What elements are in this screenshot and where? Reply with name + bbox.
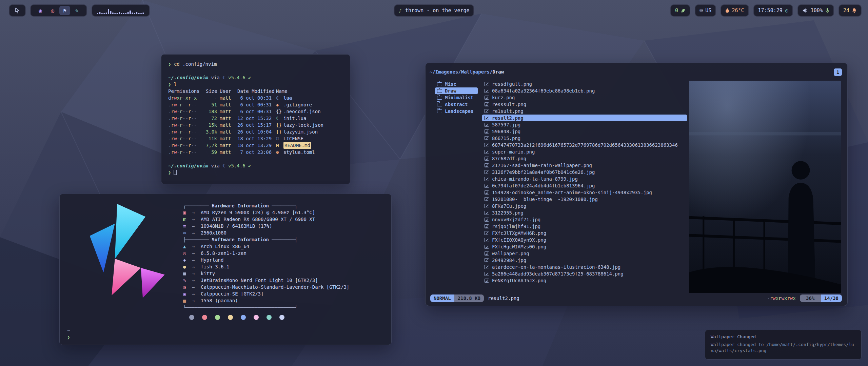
- file-name: README.md: [283, 142, 311, 149]
- fetch-line-text: AMD Ryzen 9 5900X (24) @ 4.9GHz [61.3°C]: [201, 210, 315, 215]
- file-row[interactable]: FXfcJlTXgAMvH6R.png: [482, 230, 687, 237]
- file-name: init.lua: [283, 115, 306, 122]
- workspace-button-3[interactable]: ⚑: [59, 6, 70, 15]
- image-file-icon: [484, 265, 489, 269]
- volume-widget[interactable]: 100%: [797, 4, 834, 17]
- media-player-widget[interactable]: ♪ thrown - on the verge: [394, 4, 474, 17]
- file-row-name: result2.png: [492, 115, 524, 121]
- file-user: matt: [220, 142, 237, 149]
- ls-row: .rw-r--r--3,0kmatt26 oct 10:04{}lazyvim.…: [168, 128, 343, 135]
- ls-row: .rw-r--r--59matt 7 oct 23:06⚙stylua.toml: [168, 149, 343, 156]
- ls-row: drwxr-xr-x-matt 6 oct 00:31☾lua: [168, 95, 343, 101]
- file-row[interactable]: 217167-sad-anime-rain-wallpaper.png: [482, 162, 687, 169]
- file-row[interactable]: 5a266e448add93deab367d87173e9f25-6837886…: [482, 270, 687, 277]
- clock-widget[interactable]: 17:50:29 ◷: [753, 4, 793, 17]
- file-size: 72: [206, 115, 220, 122]
- file-row[interactable]: 866715.png: [482, 135, 687, 142]
- file-manager-window[interactable]: ~/Imagenes/Wallpapers/Draw 1 MiscDrawMin…: [425, 63, 848, 306]
- ls-row: .rw-r--r--72matt12 oct 15:32☾init.lua: [168, 115, 343, 122]
- image-file-icon: [484, 109, 489, 113]
- sw-lines: ▲→Arch Linux x86_64◎→6.5.8-zen1-1-zen◈→H…: [183, 243, 349, 304]
- tab-count-badge: 1: [834, 68, 842, 76]
- file-row[interactable]: 0c794faf07de24a4db4d4fb1eb813964.jpg: [482, 182, 687, 189]
- fetch-window[interactable]: ┌──────── Hardware Information ────────┐…: [59, 194, 392, 345]
- file-user: matt: [220, 122, 237, 128]
- folder-row[interactable]: Draw: [435, 87, 478, 94]
- file-row[interactable]: result2.png: [482, 115, 687, 121]
- fetch-line: ◎→6.5.8-zen1-1-zen: [183, 250, 349, 257]
- file-row[interactable]: re1sult.png: [482, 108, 687, 115]
- fetch-line-icon: ▲: [183, 243, 192, 250]
- fetch-line-text: Catppuccin-Macchiato-Standard-Lavender-D…: [201, 284, 349, 290]
- updates-widget[interactable]: 0: [670, 4, 690, 17]
- image-file-icon: [484, 123, 489, 127]
- fetch-line: ●→fish 3.6.1: [183, 263, 349, 270]
- keyboard-layout-widget[interactable]: ⌨ US: [695, 4, 716, 17]
- image-file-icon: [484, 251, 489, 256]
- image-file-icon: [484, 82, 489, 86]
- file-row[interactable]: wallpaper.png: [482, 250, 687, 257]
- launcher-button[interactable]: [9, 4, 26, 17]
- file-row-name: 68747470733a2f2f696d616765732d7769786d70…: [492, 142, 678, 148]
- file-size: 15k: [206, 122, 220, 128]
- file-row[interactable]: FXfcHgcWIAMzs0G.png: [482, 243, 687, 250]
- file-row-name: nnvuv0xj2df71.jpg: [492, 217, 540, 222]
- file-row[interactable]: 19201080-__blue-tinge__-1920×1080.jpg: [482, 196, 687, 203]
- file-row[interactable]: rsjqojlmjhf91.jpg: [482, 223, 687, 230]
- arrow-icon: →: [192, 297, 201, 304]
- ls-row: .rw-r--r--15kmatt26 oct 15:17{}lazy-lock…: [168, 122, 343, 128]
- file-row[interactable]: 20492984.jpg: [482, 257, 687, 264]
- file-row[interactable]: atardecer-en-la-montanas-ilustracion-634…: [482, 264, 687, 270]
- fetch-line-icon: ●: [183, 263, 192, 270]
- visualizer-graph: [96, 6, 145, 15]
- temperature-widget[interactable]: 26°C: [721, 4, 749, 17]
- file-row[interactable]: 08a634fa02a32364f69ebc86a98eb1eb.png: [482, 87, 687, 94]
- file-row[interactable]: 87r687df.png: [482, 155, 687, 162]
- folder-name: Landscapes: [445, 108, 473, 114]
- arrow-icon: →: [192, 263, 201, 270]
- file-row[interactable]: 8FKa7Cu.jpeg: [482, 203, 687, 209]
- file-row[interactable]: 154928-odinokoe_anime-art-anime-okno-sin…: [482, 189, 687, 196]
- file-row[interactable]: 68747470733a2f2f696d616765732d7769786d70…: [482, 142, 687, 148]
- leaf-icon: [680, 8, 686, 13]
- music-note-icon: ♪: [398, 7, 402, 14]
- file-row[interactable]: chica-mirando-la-luna-8799.jpg: [482, 176, 687, 182]
- file-row[interactable]: EeNKYgIUcAAJ5JX.png: [482, 277, 687, 284]
- file-row[interactable]: 596848.jpg: [482, 128, 687, 135]
- file-row[interactable]: FXfcII0X0AQyn9X.png: [482, 237, 687, 243]
- fetch-info: ┌──────── Hardware Information ────────┐…: [183, 202, 349, 320]
- workspace-button-1[interactable]: ◉: [35, 6, 46, 15]
- image-file-icon: [484, 197, 489, 201]
- clock-icon: ◷: [785, 7, 788, 14]
- fetch-line-icon: ▣: [183, 290, 192, 297]
- folder-row[interactable]: Abstract: [435, 101, 478, 108]
- file-row-name: 5a266e448add93deab367d87173e9f25-6837886…: [492, 271, 624, 277]
- fetch-line-text: Hyprland: [201, 257, 223, 263]
- folder-row[interactable]: Minimalist: [435, 94, 478, 101]
- file-row[interactable]: resssult.png: [482, 101, 687, 108]
- file-row[interactable]: nnvuv0xj2df71.jpg: [482, 216, 687, 223]
- workspace-button-4[interactable]: ✎: [72, 6, 82, 15]
- file-date: 18 oct 13:29: [237, 135, 276, 142]
- preview-pane: [689, 81, 841, 293]
- input-line[interactable]: ❯: [168, 169, 343, 176]
- folder-row[interactable]: Landscapes: [435, 108, 478, 115]
- notifications-widget[interactable]: 24: [839, 4, 862, 17]
- file-size: -: [206, 95, 220, 101]
- file-row[interactable]: 3126f7e9bbf21a8a4af0b67b041c6e26.jpg: [482, 169, 687, 176]
- fetch-line: ◑→Catppuccin-Macchiato-Standard-Lavender…: [183, 284, 349, 290]
- notification-popup[interactable]: Wallpaper Changed Wallpaper changed to /…: [705, 330, 862, 360]
- file-row[interactable]: super-mario.png: [482, 148, 687, 155]
- arrow-icon: →: [192, 250, 201, 257]
- file-row[interactable]: 587597.jpg: [482, 121, 687, 128]
- file-type-icon: ©: [276, 135, 283, 142]
- file-row[interactable]: 3122955.png: [482, 209, 687, 216]
- file-row[interactable]: kurz.png: [482, 94, 687, 101]
- file-row[interactable]: ressdfgult.png: [482, 81, 687, 87]
- workspace-button-2[interactable]: ◎: [47, 6, 58, 15]
- file-row-name: 0c794faf07de24a4db4d4fb1eb813964.jpg: [492, 183, 595, 188]
- file-name: .gitignore: [283, 101, 312, 108]
- file-user: matt: [220, 101, 237, 108]
- folder-row[interactable]: Misc: [435, 81, 478, 87]
- terminal-window[interactable]: ❯ cd .config/nvim ~/.config/nvim via ☾ v…: [161, 54, 350, 184]
